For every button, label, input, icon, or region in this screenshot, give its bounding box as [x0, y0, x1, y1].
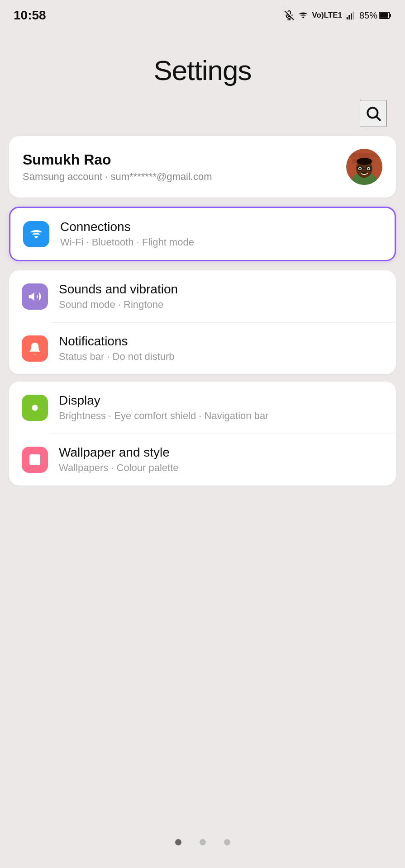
display-subtitle: Brightness · Eye comfort shield · Naviga… — [59, 410, 268, 422]
battery-indicator: 85% — [359, 10, 391, 21]
volte-icon: Vo)LTE1 — [312, 11, 342, 20]
search-container — [0, 95, 405, 136]
search-button[interactable] — [360, 100, 387, 127]
page-title-container: Settings — [0, 27, 405, 95]
svg-rect-5 — [351, 13, 352, 19]
avatar-image — [346, 149, 382, 185]
avatar — [346, 149, 382, 185]
svg-rect-14 — [358, 153, 370, 158]
display-item[interactable]: Display Brightness · Eye comfort shield … — [9, 382, 396, 434]
sounds-text: Sounds and vibration Sound mode · Ringto… — [59, 282, 178, 311]
display-icon-bg — [22, 395, 48, 421]
notifications-title: Notifications — [59, 334, 175, 349]
sounds-icon-bg — [22, 283, 48, 310]
sounds-title: Sounds and vibration — [59, 282, 178, 297]
connections-subtitle: Wi-Fi · Bluetooth · Flight mode — [60, 236, 194, 248]
account-separator: · — [105, 171, 110, 182]
wifi-settings-icon — [29, 227, 43, 241]
wallpaper-title: Wallpaper and style — [59, 445, 179, 460]
notification-icon — [28, 341, 42, 356]
svg-point-31 — [32, 405, 38, 410]
display-icon — [28, 401, 42, 415]
status-time: 10:58 — [14, 8, 46, 23]
sounds-item[interactable]: Sounds and vibration Sound mode · Ringto… — [9, 270, 396, 322]
wifi-icon — [298, 10, 309, 20]
nav-dot-2[interactable] — [200, 839, 206, 845]
svg-rect-3 — [347, 17, 348, 19]
svg-line-34 — [30, 403, 31, 404]
status-bar: 10:58 Vo)LTE1 85% — [0, 0, 405, 27]
connections-item[interactable]: Connections Wi-Fi · Bluetooth · Flight m… — [9, 207, 396, 261]
search-icon — [365, 105, 382, 122]
notifications-icon-bg — [22, 335, 48, 362]
account-info: Sumukh Rao Samsung account · sum*******@… — [23, 151, 212, 183]
display-wallpaper-group: Display Brightness · Eye comfort shield … — [9, 382, 396, 486]
wallpaper-icon — [28, 453, 42, 467]
connections-title: Connections — [60, 220, 194, 234]
connections-icon-bg — [23, 221, 49, 247]
svg-rect-4 — [348, 15, 350, 19]
svg-line-11 — [376, 117, 381, 121]
connections-text: Connections Wi-Fi · Bluetooth · Flight m… — [60, 220, 194, 248]
display-title: Display — [59, 393, 268, 408]
svg-point-10 — [367, 108, 377, 118]
account-email-value: sum*******@gmail.com — [110, 171, 212, 182]
account-details: Samsung account · sum*******@gmail.com — [23, 171, 212, 183]
svg-rect-8 — [380, 13, 388, 18]
svg-point-41 — [32, 457, 33, 458]
svg-line-39 — [38, 403, 39, 404]
svg-rect-9 — [390, 14, 391, 17]
svg-rect-6 — [353, 12, 354, 19]
status-icons: Vo)LTE1 85% — [284, 10, 391, 21]
svg-point-27 — [359, 168, 361, 170]
svg-point-29 — [361, 171, 367, 174]
notifications-text: Notifications Status bar · Do not distur… — [59, 334, 175, 363]
account-card[interactable]: Sumukh Rao Samsung account · sum*******@… — [9, 136, 396, 198]
signal-icon — [346, 10, 356, 20]
display-text: Display Brightness · Eye comfort shield … — [59, 393, 268, 422]
nav-dot-3[interactable] — [224, 839, 230, 845]
wallpaper-item[interactable]: Wallpaper and style Wallpapers · Colour … — [9, 434, 396, 486]
notifications-item[interactable]: Notifications Status bar · Do not distur… — [9, 322, 396, 374]
svg-line-38 — [30, 411, 31, 412]
svg-point-21 — [357, 158, 372, 165]
svg-line-35 — [38, 411, 39, 412]
page-title: Settings — [153, 54, 251, 86]
account-subtitle: Samsung account — [23, 171, 102, 182]
svg-rect-13 — [346, 153, 357, 158]
wallpaper-subtitle: Wallpapers · Colour palette — [59, 462, 179, 474]
account-name: Sumukh Rao — [23, 151, 212, 168]
nav-dot-1[interactable] — [175, 839, 181, 845]
svg-point-28 — [368, 168, 370, 170]
notifications-subtitle: Status bar · Do not disturb — [59, 351, 175, 363]
bottom-nav — [0, 830, 405, 854]
battery-icon — [379, 11, 391, 19]
sound-icon — [28, 289, 42, 304]
wallpaper-text: Wallpaper and style Wallpapers · Colour … — [59, 445, 179, 474]
mute-icon — [284, 10, 294, 20]
sounds-subtitle: Sound mode · Ringtone — [59, 299, 178, 311]
wallpaper-icon-bg — [22, 447, 48, 473]
sounds-notifications-group: Sounds and vibration Sound mode · Ringto… — [9, 270, 396, 374]
svg-rect-15 — [371, 153, 382, 158]
svg-marker-30 — [29, 292, 34, 301]
connections-item-inner[interactable]: Connections Wi-Fi · Bluetooth · Flight m… — [10, 208, 395, 260]
